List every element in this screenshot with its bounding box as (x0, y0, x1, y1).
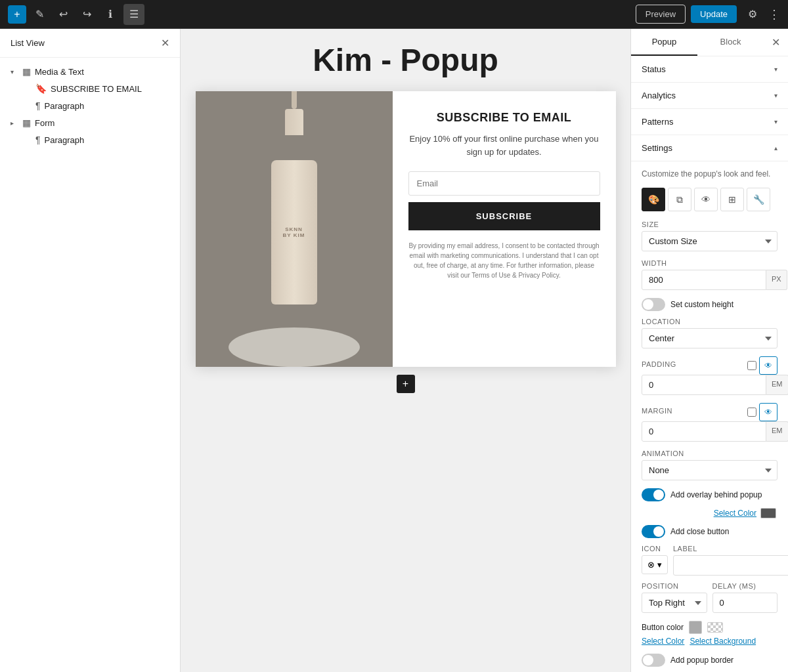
preview-button[interactable]: Preview (636, 5, 686, 24)
add-block-below-button[interactable]: + (397, 375, 415, 393)
button-color-row: Button color (642, 621, 777, 634)
delay-group: DELAY (MS) (712, 582, 778, 613)
main-layout: List View ✕ ▾ ▦ Media & Text 🔖 SUBSCRIBE… (0, 29, 788, 672)
patterns-section-header[interactable]: Patterns ▾ (631, 109, 788, 135)
analytics-label: Analytics (642, 91, 676, 100)
popup-image-inner: SKNN BY KIM (196, 91, 393, 367)
icon-select-row: ⊗ ▾ (642, 555, 668, 574)
button-color-label: Button color (642, 623, 684, 632)
tree-item-label: Paragraph (45, 101, 85, 111)
expand-arrow: ▸ (11, 119, 18, 127)
overlay-select-color-link[interactable]: Select Color (714, 509, 756, 518)
popup-preview: SKNN BY KIM SUBSCRIBE TO EMAIL Enjoy 10%… (196, 91, 616, 367)
tab-popup[interactable]: Popup (631, 29, 697, 56)
heading-icon: 🔖 (35, 83, 47, 94)
margin-field-group: MARGIN 👁 EM (642, 403, 777, 442)
status-section-header[interactable]: Status ▾ (631, 56, 788, 83)
animation-select[interactable]: None Fade Slide Zoom (642, 460, 777, 480)
padding-eye-button[interactable]: 👁 (759, 356, 777, 375)
width-input-row: PX (642, 270, 777, 290)
margin-input[interactable] (642, 421, 766, 442)
wrench-icon-button[interactable]: 🔧 (747, 188, 770, 211)
add-popup-border-toggle[interactable] (642, 654, 665, 667)
undo-button[interactable]: ↩ (53, 4, 74, 25)
size-field-group: SIZE Custom Size Small Medium Large Full… (642, 220, 777, 251)
size-label: SIZE (642, 220, 777, 228)
tree-item-paragraph-2[interactable]: ¶ Paragraph (0, 131, 180, 148)
width-unit: PX (766, 270, 787, 290)
settings-button[interactable]: ⚙ (742, 4, 763, 25)
settings-icons-row: 🎨 ⧉ 👁 ⊞ 🔧 (642, 188, 777, 211)
sidebar-header: List View ✕ (0, 29, 180, 58)
more-options-button[interactable]: ⋮ (768, 7, 780, 22)
toolbar-right: Preview Update ⚙ ⋮ (636, 4, 780, 25)
add-overlay-toggle-row: Add overlay behind popup (642, 488, 777, 501)
location-label: LOCATION (642, 318, 777, 326)
popup-form: SUBSCRIBE (408, 171, 600, 241)
popup-disclaimer: By providing my email address, I consent… (408, 241, 600, 280)
margin-label-row: MARGIN 👁 (642, 403, 777, 421)
tree-item-form[interactable]: ▸ ▦ Form (0, 114, 180, 131)
close-right-sidebar-button[interactable]: ✕ (764, 31, 788, 54)
tree-item-media-text[interactable]: ▾ ▦ Media & Text (0, 63, 180, 80)
settings-section-header[interactable]: Settings ▴ (631, 135, 788, 161)
width-field-group: WIDTH PX (642, 259, 777, 290)
padding-input[interactable] (642, 375, 766, 395)
padding-checkbox[interactable] (747, 361, 756, 370)
location-select[interactable]: Center Top Left Top Right Bottom Left Bo… (642, 328, 777, 348)
paint-icon-button[interactable]: 🎨 (642, 188, 665, 211)
overlay-color-swatch[interactable] (760, 508, 776, 518)
popup-content: SUBSCRIBE TO EMAIL Enjoy 10% off your fi… (393, 91, 616, 367)
redo-button[interactable]: ↪ (76, 4, 97, 25)
add-block-button[interactable]: + (8, 5, 26, 24)
block-icon: ▦ (22, 117, 31, 128)
popup-subscribe-button[interactable]: SUBSCRIBE (408, 202, 600, 230)
button-color-swatch[interactable] (689, 621, 702, 634)
update-button[interactable]: Update (691, 5, 737, 23)
location-field-group: LOCATION Center Top Left Top Right Botto… (642, 318, 777, 348)
custom-height-toggle[interactable] (642, 298, 665, 311)
tree-item-label: SUBSCRIBE TO EMAIL (51, 84, 142, 94)
tree-item-subscribe-heading[interactable]: 🔖 SUBSCRIBE TO EMAIL (0, 80, 180, 97)
margin-unit: EM (766, 421, 788, 442)
button-select-background-link[interactable]: Select Background (690, 637, 756, 646)
icon-picker-button[interactable]: ⊗ ▾ (642, 555, 668, 574)
margin-checkbox[interactable] (747, 408, 756, 417)
position-select[interactable]: Top Right Top Left Bottom Right Bottom L… (642, 593, 707, 613)
info-button[interactable]: ℹ (100, 4, 121, 25)
popup-email-input[interactable] (408, 171, 600, 196)
padding-field-group: PADDING 👁 EM (642, 356, 777, 395)
width-input[interactable] (642, 270, 766, 290)
size-select[interactable]: Custom Size Small Medium Large Full Scre… (642, 231, 777, 251)
edit-button[interactable]: ✎ (29, 4, 50, 25)
tree-item-label: Paragraph (45, 135, 85, 145)
padding-unit: EM (766, 375, 788, 395)
settings-arrow: ▴ (774, 144, 777, 152)
layers-icon-button[interactable]: ⧉ (668, 188, 691, 211)
grid-icon-button[interactable]: ⊞ (720, 188, 744, 211)
add-close-button-toggle[interactable] (642, 525, 665, 538)
delay-input[interactable] (712, 593, 778, 613)
margin-input-row: EM (642, 421, 777, 442)
bottle: SKNN BY KIM (271, 160, 317, 304)
animation-label: ANIMATION (642, 450, 777, 457)
label-group: LABEL (673, 545, 788, 576)
margin-eye-button[interactable]: 👁 (759, 403, 777, 421)
visibility-icon-button[interactable]: 👁 (694, 188, 718, 211)
custom-height-toggle-row: Set custom height (642, 298, 777, 311)
toolbar: + ✎ ↩ ↪ ℹ ☰ Preview Update ⚙ ⋮ (0, 0, 788, 29)
button-select-color-link[interactable]: Select Color (642, 637, 684, 646)
button-background-swatch[interactable] (707, 622, 723, 633)
list-view-button[interactable]: ☰ (123, 4, 144, 25)
popup-image-panel: SKNN BY KIM (196, 91, 393, 367)
sidebar-close-button[interactable]: ✕ (161, 37, 169, 49)
tab-block[interactable]: Block (697, 29, 764, 56)
tree-item-paragraph-1[interactable]: ¶ Paragraph (0, 97, 180, 114)
analytics-section-header[interactable]: Analytics ▾ (631, 83, 788, 109)
paragraph-icon: ¶ (35, 100, 41, 111)
width-label: WIDTH (642, 259, 777, 267)
close-button-label-input[interactable] (673, 555, 788, 576)
bottle-label: SKNN BY KIM (283, 226, 305, 238)
add-overlay-toggle[interactable] (642, 488, 665, 501)
tree-item-label: Media & Text (35, 67, 84, 77)
